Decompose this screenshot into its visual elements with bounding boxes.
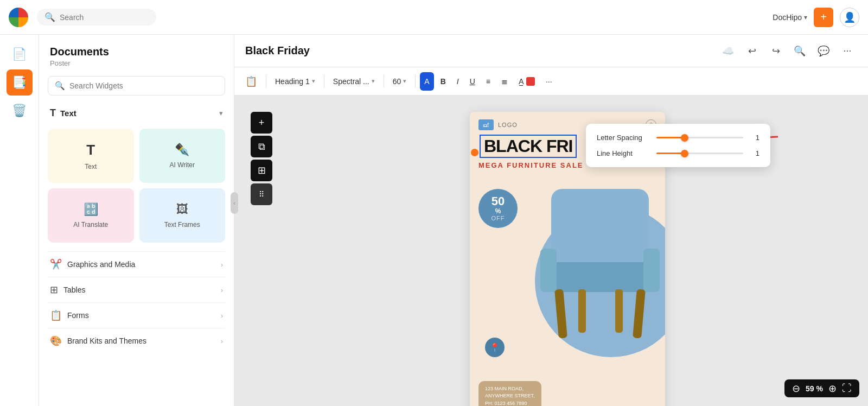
underline-button[interactable]: U	[465, 72, 480, 91]
line-height-label: Line Height	[597, 149, 651, 157]
comment-icon: 💬	[818, 45, 829, 57]
search-canvas-icon: 🔍	[794, 45, 806, 57]
undo-button[interactable]: ↩	[742, 41, 762, 61]
highlight-button[interactable]: A	[420, 72, 433, 91]
letter-spacing-popup: Letter Spacing 1 Line Height 1	[586, 124, 770, 167]
clipboard-button[interactable]: 📋	[241, 72, 261, 91]
search-canvas-button[interactable]: 🔍	[790, 41, 809, 61]
line-height-slider-thumb[interactable]	[681, 150, 688, 157]
document-icon: 📄	[12, 47, 27, 61]
zoom-out-icon: ⊖	[792, 383, 800, 394]
graphics-media-chevron-icon: ›	[221, 261, 223, 269]
widget-text[interactable]: T Text	[48, 129, 134, 183]
add-element-button[interactable]: +	[251, 112, 272, 134]
grid-icon: ⊞	[258, 164, 266, 176]
cloud-save-button[interactable]: ☁️	[718, 41, 738, 61]
title-actions: ☁️ ↩ ↪ 🔍 💬 ···	[718, 41, 857, 61]
text-section-chevron-icon: ▾	[219, 109, 223, 117]
dochipo-label: DocHipo	[773, 13, 802, 22]
text-frames-label: Text Frames	[164, 221, 200, 229]
svg-rect-6	[633, 289, 646, 339]
dochipo-menu-button[interactable]: DocHipo ▾	[773, 13, 807, 22]
fullscreen-button[interactable]: ⛶	[842, 383, 852, 394]
line-height-row: Line Height 1	[597, 149, 760, 157]
poster-address-line1: 123 MAIN ROAD,	[485, 385, 535, 393]
location-pin-icon: 📍	[489, 342, 500, 353]
svg-rect-3	[540, 249, 557, 292]
sidebar-collapse-handle[interactable]: ‹	[231, 192, 238, 214]
sidebar-search-icon: 🔍	[55, 81, 65, 91]
widget-ai-translate[interactable]: 🔡 AI Translate	[48, 188, 134, 243]
text-section-header[interactable]: T Text ▾	[48, 102, 225, 124]
letter-spacing-slider-fill	[656, 137, 682, 138]
user-avatar-button[interactable]: 👤	[840, 8, 859, 27]
text-frames-icon: 🖼	[176, 202, 188, 217]
font-family-label: Spectral ...	[333, 77, 369, 86]
more-canvas-button[interactable]: ⠿	[251, 183, 272, 205]
widget-ai-writer[interactable]: ✒️ AI Writer	[139, 129, 226, 183]
sidebar-menu-section: ✂️ Graphics and Media › ⊞ Tables › 📋 For…	[39, 251, 234, 353]
heading-style-chevron-icon: ▾	[312, 78, 315, 85]
discount-number: 50	[492, 195, 505, 207]
grid-view-button[interactable]: ⊞	[251, 160, 272, 181]
tables-icon: ⊞	[50, 284, 58, 296]
main-area: Black Friday ☁️ ↩ ↪ 🔍 💬 ··· 📋	[234, 35, 868, 406]
italic-button[interactable]: I	[452, 72, 463, 91]
tables-label: Tables	[63, 286, 85, 294]
poster-address-line2: ANYWHERE STREET,	[485, 392, 535, 400]
app-logo[interactable]	[9, 8, 28, 27]
zoom-bar: ⊖ 59 % ⊕ ⛶	[784, 379, 859, 397]
letter-spacing-value: 1	[749, 134, 760, 142]
rail-item-pages[interactable]: 📑	[7, 69, 33, 96]
zoom-out-button[interactable]: ⊖	[792, 384, 800, 394]
sidebar-header: Documents Poster	[39, 35, 234, 69]
line-height-slider-track[interactable]	[656, 153, 743, 154]
rail-item-document[interactable]: 📄	[7, 41, 33, 67]
comment-button[interactable]: 💬	[814, 41, 833, 61]
text-section-title: Text	[60, 109, 76, 118]
rail-item-trash[interactable]: 🗑️	[7, 98, 33, 124]
sidebar-search-bar[interactable]: 🔍	[48, 76, 225, 96]
font-family-dropdown[interactable]: Spectral ... ▾	[329, 72, 379, 91]
search-input[interactable]	[60, 13, 141, 22]
search-icon: 🔍	[44, 12, 55, 22]
sidebar-item-tables[interactable]: ⊞ Tables ›	[48, 277, 225, 302]
zoom-in-button[interactable]: ⊕	[828, 384, 837, 394]
font-family-chevron-icon: ▾	[372, 78, 375, 85]
sidebar-title: Documents	[50, 46, 223, 58]
ai-translate-icon: 🔡	[84, 202, 98, 217]
topbar-search-bar[interactable]: 🔍	[37, 9, 156, 26]
font-size-dropdown[interactable]: 60 ▾	[388, 72, 411, 91]
more-format-button[interactable]: ···	[541, 72, 557, 91]
text-color-icon: A̲	[519, 77, 524, 86]
redo-button[interactable]: ↪	[766, 41, 786, 61]
more-canvas-icon: ⠿	[259, 190, 264, 199]
poster-heading-frame: BLACK FRI	[480, 135, 577, 158]
tables-chevron-icon: ›	[221, 286, 223, 294]
letter-spacing-label: Letter Spacing	[597, 134, 651, 142]
zoom-value-label: 59 %	[806, 384, 823, 393]
letter-spacing-slider-thumb[interactable]	[681, 134, 688, 142]
sidebar-item-graphics-media[interactable]: ✂️ Graphics and Media ›	[48, 251, 225, 277]
line-height-button[interactable]: ≣	[497, 72, 512, 91]
heading-style-dropdown[interactable]: Heading 1 ▾	[271, 72, 320, 91]
text-section-label: T Text	[50, 107, 76, 119]
svg-rect-2	[543, 262, 657, 292]
letter-spacing-slider-track[interactable]	[656, 137, 743, 138]
discount-badge: 50 % OFF	[478, 189, 518, 228]
text-color-button[interactable]: A̲	[514, 72, 539, 91]
duplicate-button[interactable]: ⧉	[251, 136, 272, 157]
sidebar-item-brand-kits[interactable]: 🎨 Brand Kits and Themes ›	[48, 328, 225, 353]
bold-button[interactable]: B	[436, 72, 450, 91]
poster-address: 123 MAIN ROAD, ANYWHERE STREET, PH: 0123…	[478, 381, 541, 406]
sidebar-search-input[interactable]	[69, 81, 218, 90]
sidebar-item-forms[interactable]: 📋 Forms ›	[48, 302, 225, 328]
add-new-button[interactable]: +	[814, 8, 833, 27]
poster-logo-text: LOGO	[498, 122, 518, 128]
color-swatch	[526, 77, 535, 86]
chevron-down-icon: ▾	[804, 14, 807, 21]
align-button[interactable]: ≡	[482, 72, 495, 91]
align-icon: ≡	[486, 77, 490, 86]
widget-text-frames[interactable]: 🖼 Text Frames	[139, 188, 226, 243]
more-options-button[interactable]: ···	[838, 41, 857, 61]
